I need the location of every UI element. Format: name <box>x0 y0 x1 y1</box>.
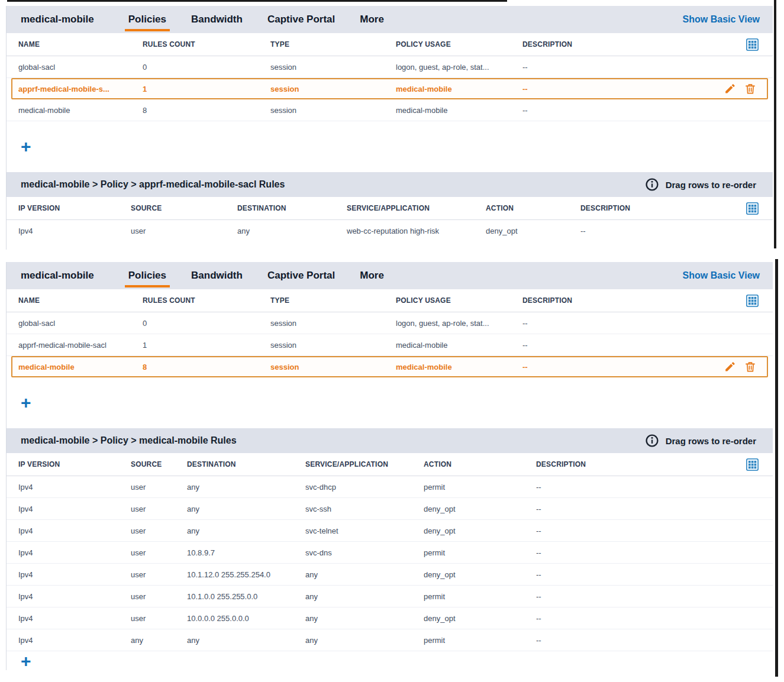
tab-more[interactable]: More <box>360 262 384 289</box>
cell-service: svc-dhcp <box>305 483 424 492</box>
cell-destination: any <box>187 636 305 645</box>
policy-row[interactable]: medical-mobile 8 session medical-mobile … <box>7 99 773 121</box>
cell-source: user <box>131 526 187 535</box>
cell-destination: any <box>187 505 305 513</box>
cell-ip-version: Ipv4 <box>18 570 131 579</box>
edit-icon[interactable] <box>724 83 736 95</box>
add-policy-zone: + <box>7 377 773 428</box>
cell-destination: any <box>237 227 347 235</box>
cell-service: any <box>305 570 424 579</box>
rule-row[interactable]: Ipv4 any any any permit -- <box>7 629 773 651</box>
cell-action: deny_opt <box>424 570 536 579</box>
add-policy-button[interactable]: + <box>21 394 31 412</box>
col-ip-version: IP VERSION <box>18 204 131 212</box>
cell-name: apprf-medical-mobile-s... <box>18 85 143 93</box>
delete-icon[interactable] <box>744 83 756 95</box>
tab-bandwidth[interactable]: Bandwidth <box>191 262 243 289</box>
cell-source: user <box>131 227 237 235</box>
drag-hint-label: Drag rows to re-order <box>666 436 756 446</box>
drag-hint-container: Drag rows to re-order <box>646 178 756 191</box>
cell-source: user <box>131 548 187 557</box>
rules-section-header: medical-mobile > Policy > apprf-medical-… <box>7 172 773 197</box>
policies-panel-top: medical-mobile Policies Bandwidth Captiv… <box>6 6 773 250</box>
column-select-container <box>648 295 761 307</box>
cell-ip-version: Ipv4 <box>18 636 131 645</box>
tab-captive-portal[interactable]: Captive Portal <box>267 6 335 33</box>
profile-name: medical-mobile <box>21 270 94 282</box>
tab-policies[interactable]: Policies <box>128 6 166 33</box>
cell-action: permit <box>424 636 536 645</box>
col-type: TYPE <box>270 40 396 49</box>
info-icon <box>646 434 659 447</box>
tab-captive-portal[interactable]: Captive Portal <box>267 262 335 289</box>
col-policy-usage: POLICY USAGE <box>396 40 522 49</box>
policy-row[interactable]: global-sacl 0 session logon, guest, ap-r… <box>7 312 773 334</box>
window-right-edge <box>774 0 776 248</box>
cell-action: deny_opt <box>424 614 536 623</box>
cell-ip-version: Ipv4 <box>18 548 131 557</box>
cell-type: session <box>270 63 396 72</box>
cell-ip-version: Ipv4 <box>18 592 131 601</box>
col-description: DESCRIPTION <box>522 296 648 305</box>
col-type: TYPE <box>270 296 396 305</box>
rule-row[interactable]: Ipv4 user 10.8.9.7 svc-dns permit -- <box>7 542 773 564</box>
cell-service: any <box>305 614 424 623</box>
grid-icon[interactable] <box>746 202 759 215</box>
cell-service: any <box>305 636 424 645</box>
rule-row[interactable]: Ipv4 user any svc-ssh deny_opt -- <box>7 498 773 520</box>
breadcrumb: medical-mobile > Policy > medical-mobile… <box>21 435 237 446</box>
tab-bar: medical-mobile Policies Bandwidth Captiv… <box>7 6 773 33</box>
col-destination: DESTINATION <box>187 460 305 468</box>
cell-policy-usage: logon, guest, ap-role, stat... <box>396 319 522 328</box>
col-rules-count: RULES COUNT <box>143 296 270 305</box>
col-name: NAME <box>18 296 143 305</box>
policy-row[interactable]: apprf-medical-mobile-sacl 1 session medi… <box>7 334 773 356</box>
cell-ip-version: Ipv4 <box>18 227 131 235</box>
cell-description: -- <box>522 106 648 115</box>
cell-type: session <box>270 363 396 371</box>
cell-destination: 10.0.0.0 255.0.0.0 <box>187 614 305 623</box>
cell-source: user <box>131 483 187 492</box>
policy-row-selected[interactable]: medical-mobile 8 session medical-mobile … <box>11 356 768 377</box>
cell-action: deny_opt <box>424 526 536 535</box>
grid-icon[interactable] <box>746 458 759 471</box>
cell-rules-count: 0 <box>143 63 270 72</box>
cell-action: deny_opt <box>424 505 536 513</box>
col-description: DESCRIPTION <box>580 204 746 212</box>
tab-bandwidth[interactable]: Bandwidth <box>191 6 243 33</box>
rule-row[interactable]: Ipv4 user any svc-telnet deny_opt -- <box>7 520 773 542</box>
rules-section-header: medical-mobile > Policy > medical-mobile… <box>7 428 773 453</box>
grid-icon[interactable] <box>746 295 759 307</box>
cell-description: -- <box>536 570 761 579</box>
cell-name: global-sacl <box>18 319 143 328</box>
grid-icon[interactable] <box>746 38 759 51</box>
cell-name: medical-mobile <box>18 363 143 371</box>
cell-service: svc-telnet <box>305 526 424 535</box>
rule-row[interactable]: Ipv4 user any web-cc-reputation high-ris… <box>7 220 773 241</box>
show-basic-view-link[interactable]: Show Basic View <box>683 270 760 281</box>
tab-more[interactable]: More <box>360 6 384 33</box>
rule-row[interactable]: Ipv4 user 10.0.0.0 255.0.0.0 any deny_op… <box>7 607 773 629</box>
show-basic-view-link[interactable]: Show Basic View <box>683 14 760 25</box>
cell-destination: 10.1.12.0 255.255.254.0 <box>187 570 305 579</box>
rule-row[interactable]: Ipv4 user 10.1.0.0 255.255.0.0 any permi… <box>7 586 773 607</box>
policy-row-selected[interactable]: apprf-medical-mobile-s... 1 session medi… <box>11 78 768 99</box>
col-ip-version: IP VERSION <box>18 460 131 468</box>
cell-service: any <box>305 592 424 601</box>
cell-ip-version: Ipv4 <box>18 526 131 535</box>
delete-icon[interactable] <box>744 361 756 373</box>
cell-description: -- <box>522 363 648 371</box>
tab-policies[interactable]: Policies <box>128 262 166 289</box>
edit-icon[interactable] <box>724 361 736 373</box>
rule-row[interactable]: Ipv4 user any svc-dhcp permit -- <box>7 476 773 498</box>
tabs: Policies Bandwidth Captive Portal More <box>128 6 384 33</box>
window-top-edge <box>7 0 507 2</box>
cell-policy-usage: medical-mobile <box>396 106 522 115</box>
policy-row[interactable]: global-sacl 0 session logon, guest, ap-r… <box>7 56 773 78</box>
rule-row[interactable]: Ipv4 user 10.1.12.0 255.255.254.0 any de… <box>7 564 773 586</box>
col-rules-count: RULES COUNT <box>143 40 270 49</box>
add-policy-button[interactable]: + <box>21 138 31 156</box>
add-rule-button[interactable]: + <box>21 652 31 670</box>
cell-description: -- <box>536 592 761 601</box>
cell-rules-count: 0 <box>143 319 270 328</box>
